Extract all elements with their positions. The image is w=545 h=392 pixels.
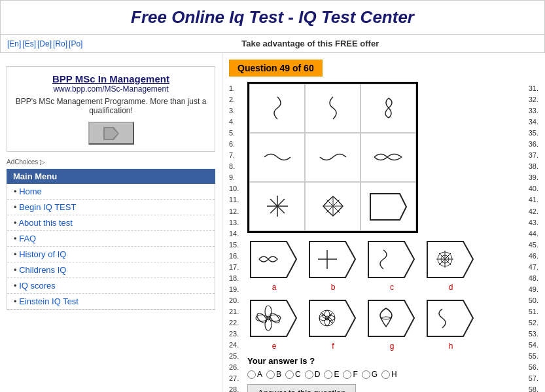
page-title: Free Online Iq Test - IQ Test Center	[14, 7, 531, 27]
menu-link[interactable]: FAQ	[19, 234, 36, 243]
pattern-grid	[247, 82, 418, 233]
answer-a-label: a	[272, 283, 277, 292]
your-answer-label: Your answer is ?	[247, 356, 520, 366]
question-area: 1.2.3.4.5.6.7.8.9.10.11.12.13.14.15.16.1…	[229, 82, 538, 392]
svg-marker-35	[427, 300, 473, 336]
menu-item[interactable]: IQ scores	[7, 278, 215, 294]
radio-d[interactable]	[305, 370, 313, 379]
answer-f-label: f	[332, 342, 334, 351]
main-layout: BPP MSc In Management www.bpp.com/MSc-Ma…	[0, 53, 545, 392]
menu-item[interactable]: About this test	[7, 215, 215, 231]
radio-label-d[interactable]: D	[305, 370, 321, 379]
answer-b-label: b	[331, 283, 336, 292]
radio-f[interactable]	[343, 370, 351, 379]
lang-ro[interactable]: [Ro]	[53, 39, 67, 48]
lang-es[interactable]: [Es]	[22, 39, 36, 48]
language-links[interactable]: [En] [Es] [De] [Ro] [Po]	[7, 39, 82, 48]
ad-title[interactable]: BPP MSc In Management	[14, 73, 208, 84]
answer-e-label: e	[272, 342, 277, 351]
ad-box: BPP MSc In Management www.bpp.com/MSc-Ma…	[7, 66, 215, 152]
radio-label-a[interactable]: A	[247, 370, 262, 379]
menu-link[interactable]: Childrens IQ	[19, 265, 66, 275]
answer-g-label: g	[390, 342, 395, 351]
cell-3-2	[305, 182, 360, 231]
menu-item[interactable]: History of IQ	[7, 247, 215, 262]
ad-url: www.bpp.com/MSc-Management	[14, 84, 208, 94]
cell-1-1	[249, 84, 305, 133]
pattern-row-3	[249, 182, 416, 231]
left-numbers: 1.2.3.4.5.6.7.8.9.10.11.12.13.14.15.16.1…	[229, 82, 247, 392]
radio-a[interactable]	[247, 370, 256, 379]
radio-options[interactable]: A B C D E F G H	[247, 370, 520, 379]
offer-text: Take advantage of this FREE offer	[82, 39, 538, 48]
pattern-row-1	[249, 84, 416, 133]
navbar: [En] [Es] [De] [Ro] [Po] Take advantage …	[0, 35, 545, 53]
lang-de[interactable]: [De]	[37, 39, 52, 48]
cell-2-3	[360, 133, 416, 182]
question-main: a b	[247, 82, 520, 392]
answer-h-label: h	[449, 342, 453, 351]
menu-item[interactable]: FAQ	[7, 231, 215, 247]
answer-b: b	[306, 238, 360, 292]
main-menu-label: Main Menu	[7, 169, 215, 184]
radio-label-b[interactable]: B	[266, 370, 281, 379]
menu-item[interactable]: Begin IQ TEST	[7, 200, 215, 215]
sidebar: BPP MSc In Management www.bpp.com/MSc-Ma…	[0, 53, 222, 392]
right-numbers: 31.32.33.34.35.36.37.38.39.40.41.42.43.4…	[520, 82, 538, 392]
menu-item[interactable]: Home	[7, 184, 215, 200]
svg-point-30	[266, 316, 270, 320]
cell-3-1	[249, 182, 305, 231]
cell-1-2	[305, 84, 360, 133]
ad-choices-icon: ▷	[40, 158, 45, 166]
menu-link[interactable]: Begin IQ TEST	[19, 202, 76, 212]
lang-en[interactable]: [En]	[7, 39, 21, 48]
radio-c[interactable]	[285, 370, 294, 379]
svg-marker-10	[370, 194, 406, 220]
answer-d: d	[424, 238, 478, 292]
radio-label-c[interactable]: C	[285, 370, 301, 379]
answer-d-label: d	[449, 283, 453, 292]
content-area: Question 49 of 60 1.2.3.4.5.6.7.8.9.10.1…	[222, 53, 545, 392]
ad-arrow-button[interactable]	[88, 122, 134, 145]
radio-label-h[interactable]: H	[381, 370, 397, 379]
svg-marker-11	[251, 241, 296, 277]
answer-button[interactable]: Answer to this question	[247, 384, 356, 392]
answer-c-label: c	[390, 283, 394, 292]
question-header: Question 49 of 60	[229, 60, 323, 77]
answer-h: h	[424, 297, 478, 351]
ad-choices: AdChoices ▷	[7, 158, 215, 166]
radio-g[interactable]	[362, 370, 370, 379]
menu-item[interactable]: Childrens IQ	[7, 262, 215, 278]
svg-marker-31	[309, 300, 355, 336]
answers-row-bottom: e	[247, 297, 520, 351]
menu-item[interactable]: Einstein IQ Test	[7, 294, 215, 310]
page-header: Free Online Iq Test - IQ Test Center	[0, 0, 545, 35]
answer-e: e	[247, 297, 301, 351]
radio-label-g[interactable]: G	[362, 370, 378, 379]
radio-label-f[interactable]: F	[343, 370, 357, 379]
menu-link[interactable]: About this test	[18, 218, 72, 228]
pattern-row-2	[249, 133, 416, 182]
answer-f: f	[306, 297, 360, 351]
radio-h[interactable]	[381, 370, 390, 379]
ad-choices-label: AdChoices	[7, 158, 38, 166]
menu-link[interactable]: Einstein IQ Test	[19, 296, 79, 306]
cell-1-3	[360, 84, 416, 133]
answer-a: a	[247, 238, 301, 292]
cell-2-2	[305, 133, 360, 182]
menu-link[interactable]: IQ scores	[19, 281, 56, 291]
radio-e[interactable]	[324, 370, 332, 379]
svg-marker-15	[368, 241, 414, 277]
answer-g: g	[365, 297, 419, 351]
ad-description: BPP's MSc Management Programme. More tha…	[14, 97, 208, 115]
menu-link[interactable]: Home	[19, 187, 42, 196]
answers-row-top: a b	[247, 238, 520, 292]
menu-link[interactable]: History of IQ	[19, 249, 66, 259]
radio-b[interactable]	[266, 370, 275, 379]
answer-c: c	[365, 238, 419, 292]
lang-po[interactable]: [Po]	[69, 39, 82, 48]
cell-3-3	[360, 182, 416, 231]
cell-2-1	[249, 133, 305, 182]
menu-list: HomeBegin IQ TESTAbout this testFAQHisto…	[7, 184, 215, 310]
radio-label-e[interactable]: E	[324, 370, 339, 379]
